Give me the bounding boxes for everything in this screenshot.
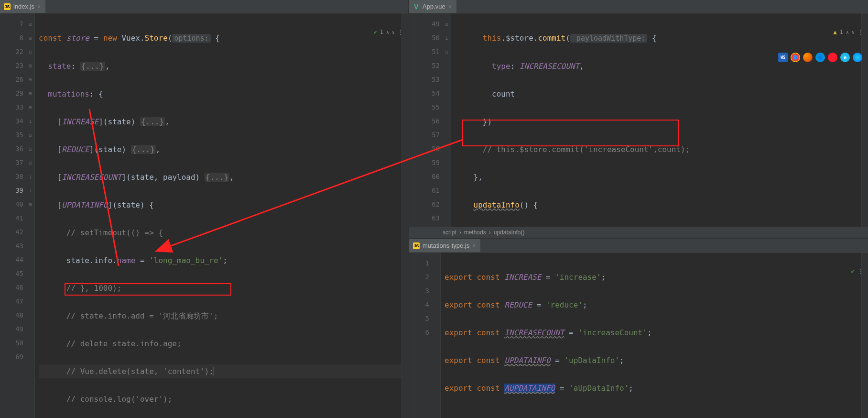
bottom-right-tab-bar: JS mutations-type.js × (409, 239, 868, 253)
top-right-tab-bar: V App.vue × (409, 0, 868, 13)
right-pane: V App.vue × ▲ 1 ∧ ∨ ⋮ WS (409, 0, 868, 418)
tab-label: mutations-type.js (423, 242, 469, 249)
left-scrollbar[interactable] (401, 13, 408, 418)
bottom-right-fold-gutter[interactable] (432, 253, 441, 418)
bottom-right-editor-area[interactable]: ✔ ⋮ 12 34 56 export const INCREASE = 'in… (409, 253, 868, 418)
top-right-editor-area[interactable]: ▲ 1 ∧ ∨ ⋮ WS e 495051 525354 (409, 13, 868, 227)
tab-label: index.js (13, 3, 34, 10)
breadcrumb-item[interactable]: methods (464, 229, 486, 236)
breadcrumb[interactable]: script › methods › updataInfo() (409, 227, 868, 238)
tab-index-js[interactable]: JS index.js × (0, 0, 46, 13)
bottom-right-editor-pane: JS mutations-type.js × ✔ ⋮ 12 34 56 expo… (409, 239, 868, 418)
vue-file-icon: V (413, 3, 420, 10)
left-editor-area[interactable]: ✔ 1 ∧ ∨ ⋮ 7822 232629 333435 363738 3940… (0, 13, 408, 418)
left-code[interactable]: const store = new Vuex.Store(options: { … (35, 13, 401, 418)
tab-label: App.vue (423, 3, 445, 10)
top-right-gutter: 495051 525354 555657 585960 616263 (409, 13, 443, 227)
chevron-right-icon: › (489, 229, 491, 236)
top-right-code[interactable]: this.$store.commit( payloadWithType: { t… (451, 13, 861, 227)
chevron-right-icon: › (459, 229, 461, 236)
left-tab-bar: JS index.js × (0, 0, 408, 13)
top-right-scrollbar[interactable] (861, 13, 868, 227)
breadcrumb-item[interactable]: script (443, 229, 456, 236)
bottom-right-code[interactable]: export const INCREASE = 'increase'; expo… (441, 253, 861, 418)
breadcrumb-item[interactable]: updataInfo() (494, 229, 525, 236)
close-icon[interactable]: × (472, 242, 476, 249)
tab-mutations-type-js[interactable]: JS mutations-type.js × (409, 239, 481, 252)
left-gutter: 7822 232629 333435 363738 394041 424344 … (0, 13, 26, 418)
left-editor-pane: JS index.js × ✔ 1 ∧ ∨ ⋮ 7822 232629 3334… (0, 0, 409, 418)
top-right-editor-pane: V App.vue × ▲ 1 ∧ ∨ ⋮ WS (409, 0, 868, 239)
bottom-right-gutter: 12 34 56 (409, 253, 432, 418)
top-right-fold-gutter[interactable]: ⊟⊥⊟ (443, 13, 451, 227)
js-file-icon: JS (413, 242, 420, 249)
close-icon[interactable]: × (448, 3, 452, 10)
bottom-right-scrollbar[interactable] (861, 253, 868, 418)
tab-app-vue[interactable]: V App.vue × (409, 0, 457, 13)
js-file-icon: JS (4, 3, 11, 10)
left-fold-gutter[interactable]: ⊟⊞⊟⊞⊞⊞⊟ ⊥ ⊟⊟⊟⊥⊥ ⊞ (26, 13, 35, 418)
close-icon[interactable]: × (37, 3, 41, 10)
